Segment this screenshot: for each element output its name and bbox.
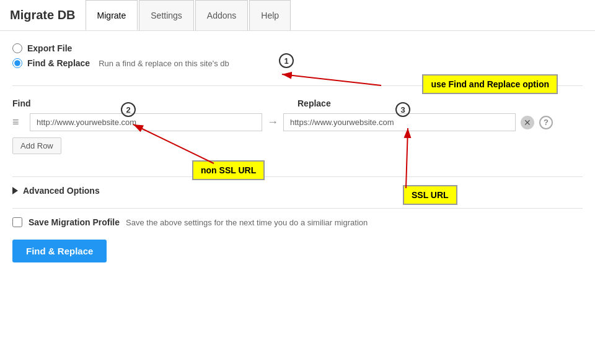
find-replace-option: Find & Replace Run a find & replace on t… xyxy=(12,58,583,68)
app-title: Migrate DB xyxy=(10,8,76,22)
fr-headers: Find Replace xyxy=(12,98,583,108)
tab-migrate[interactable]: Migrate xyxy=(86,0,138,30)
find-header: Find xyxy=(12,98,298,108)
header: Migrate DB Migrate Settings Addons Help xyxy=(0,0,595,31)
save-migration-label: Save Migration Profile xyxy=(29,217,120,227)
advanced-options-section: Advanced Options xyxy=(12,176,583,196)
find-replace-desc: Run a find & replace on this site's db xyxy=(99,59,229,68)
find-replace-section: Find Replace ≡ → ✕ ? 2 3 Add Row xyxy=(12,98,583,164)
advanced-toggle[interactable]: Advanced Options xyxy=(12,186,583,196)
tab-addons[interactable]: Addons xyxy=(195,0,248,30)
advanced-label: Advanced Options xyxy=(23,186,100,196)
replace-header: Replace xyxy=(298,98,331,108)
find-replace-radio[interactable] xyxy=(12,58,22,68)
add-row-button[interactable]: Add Row xyxy=(12,137,61,154)
callout-find-replace: use Find and Replace option xyxy=(422,74,558,94)
export-file-label: Export File xyxy=(27,43,72,53)
badge-2: 2 xyxy=(121,102,136,117)
button-section: Find & Replace xyxy=(12,240,583,262)
hamburger-icon: ≡ xyxy=(12,116,25,129)
save-migration-desc: Save the above settings for the next tim… xyxy=(126,218,368,227)
find-replace-button[interactable]: Find & Replace xyxy=(12,240,107,262)
export-file-option: Export File xyxy=(12,43,583,53)
callout-ssl: SSL URL xyxy=(403,185,457,205)
badge-3: 3 xyxy=(395,102,410,117)
find-input[interactable] xyxy=(30,113,262,131)
tab-settings[interactable]: Settings xyxy=(139,0,194,30)
help-button[interactable]: ? xyxy=(539,116,553,129)
main-content: Export File Find & Replace Run a find & … xyxy=(0,31,595,364)
clear-button[interactable]: ✕ xyxy=(521,116,534,129)
svg-line-1 xyxy=(282,74,381,85)
arrow-icon: → xyxy=(267,116,278,129)
callout-non-ssl: non SSL URL xyxy=(192,160,265,180)
nav-tabs: Migrate Settings Addons Help xyxy=(86,0,293,30)
options-section: Export File Find & Replace Run a find & … xyxy=(12,43,583,86)
tab-help[interactable]: Help xyxy=(249,0,291,30)
save-migration-checkbox[interactable] xyxy=(12,217,22,227)
badge-1: 1 xyxy=(279,53,294,68)
triangle-icon xyxy=(12,187,18,194)
find-replace-label: Find & Replace xyxy=(27,58,90,68)
add-row-row: Add Row xyxy=(12,137,583,154)
save-migration-section: Save Migration Profile Save the above se… xyxy=(12,208,583,227)
export-file-radio[interactable] xyxy=(12,43,22,53)
fr-input-row: ≡ → ✕ ? 2 3 xyxy=(12,113,583,131)
